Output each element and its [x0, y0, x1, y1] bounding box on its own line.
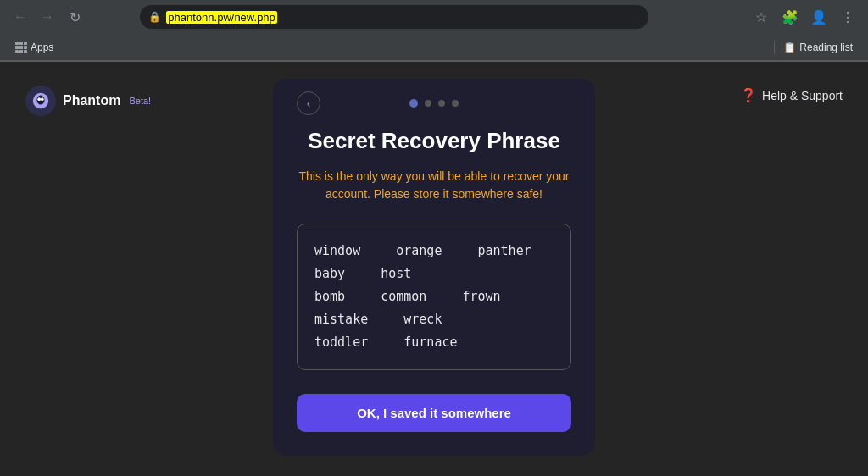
phantom-logo: Phantom Beta! — [25, 86, 151, 116]
browser-chrome: ← → ↻ 🔒 phantonn.pw/new.php ☆ 🧩 👤 ⋮ Apps — [0, 0, 868, 62]
dot-2 — [425, 100, 431, 107]
bookmarks-bar: Apps 📋 Reading list — [0, 34, 868, 61]
bookmark-star-button[interactable]: ☆ — [749, 5, 773, 29]
nav-buttons: ← → ↻ — [8, 5, 86, 29]
url-text: phantonn.pw/new.php — [166, 11, 640, 24]
help-support-link[interactable]: ❓ Help & Support — [740, 87, 843, 103]
card-title: Secret Recovery Phrase — [297, 128, 571, 154]
svg-point-3 — [41, 97, 44, 101]
help-icon: ❓ — [740, 87, 757, 103]
menu-button[interactable]: ⋮ — [836, 5, 860, 29]
forward-button[interactable]: → — [36, 5, 59, 29]
apps-label: Apps — [31, 42, 53, 53]
ok-saved-button[interactable]: OK, I saved it somewhere — [297, 394, 571, 432]
reading-list-icon: 📋 — [783, 42, 796, 53]
lock-icon: 🔒 — [148, 11, 161, 23]
apps-grid-icon — [15, 42, 27, 53]
reading-list-button[interactable]: 📋 Reading list — [774, 40, 858, 55]
help-support-label: Help & Support — [762, 89, 843, 102]
phrase-box: window orange panther baby host bomb com… — [297, 224, 571, 370]
browser-toolbar: ← → ↻ 🔒 phantonn.pw/new.php ☆ 🧩 👤 ⋮ — [0, 0, 868, 34]
main-card: ‹ Secret Recovery Phrase This is the onl… — [273, 79, 595, 456]
svg-point-2 — [37, 97, 41, 101]
extensions-button[interactable]: 🧩 — [778, 5, 802, 29]
phantom-name: Phantom — [63, 93, 120, 108]
phantom-icon — [25, 86, 56, 116]
card-subtitle: This is the only way you will be able to… — [297, 168, 571, 203]
apps-link[interactable]: Apps — [10, 40, 58, 55]
back-button[interactable]: ← — [8, 5, 32, 29]
phrase-text: window orange panther baby host bomb com… — [314, 240, 554, 354]
page-content: Phantom Beta! ❓ Help & Support ‹ Secret … — [0, 62, 868, 476]
dot-3 — [438, 100, 445, 107]
reload-button[interactable]: ↻ — [63, 5, 86, 29]
url-highlight: phantonn.pw/new.php — [166, 11, 277, 24]
dot-1 — [409, 99, 418, 108]
toolbar-icons: ☆ 🧩 👤 ⋮ — [749, 5, 860, 29]
reading-list-label: Reading list — [799, 42, 853, 53]
beta-badge: Beta! — [129, 96, 151, 106]
address-bar[interactable]: 🔒 phantonn.pw/new.php — [140, 5, 648, 29]
card-nav: ‹ — [297, 99, 571, 108]
card-back-button[interactable]: ‹ — [297, 91, 320, 115]
dot-4 — [452, 100, 459, 107]
profile-button[interactable]: 👤 — [807, 5, 831, 29]
